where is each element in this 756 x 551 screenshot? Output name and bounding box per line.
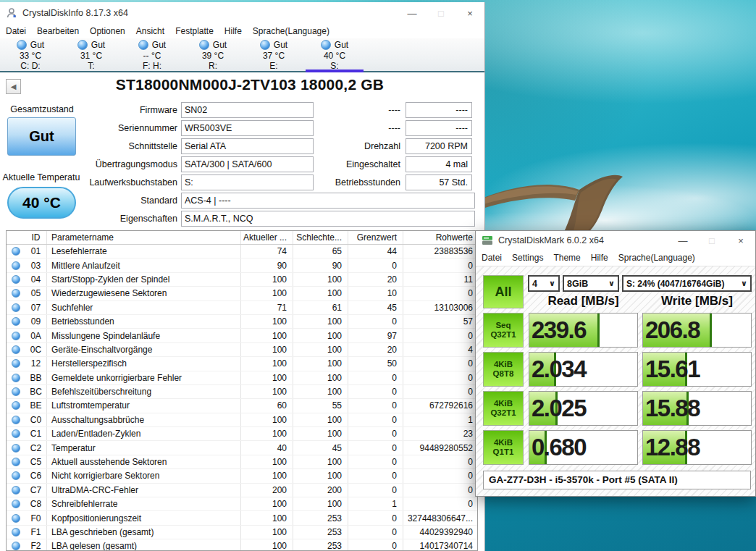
smart-table-row[interactable]: C6 Nicht korrigierbare Sektoren 100 100 … <box>7 469 477 483</box>
attribute-id: 04 <box>25 273 47 286</box>
attribute-threshold: 20 <box>348 273 403 286</box>
attribute-raw-value: 0 <box>403 329 477 342</box>
attribute-status-orb-icon <box>12 458 20 466</box>
target-drive-dropdown[interactable]: S: 24% (4047/16764GiB) ∨ <box>622 275 752 292</box>
back-button[interactable]: ◀ <box>6 79 21 94</box>
drive-tab-letters: E: <box>243 61 304 72</box>
attribute-id: C6 <box>25 469 47 482</box>
smart-table-row[interactable]: 09 Betriebsstunden 100 100 0 57 <box>7 315 477 329</box>
cdm-menu-item[interactable]: Hilfe <box>591 253 608 263</box>
attribute-name: Wiederzugewiesene Sektoren <box>47 287 241 300</box>
target-drive-value: S: 24% (4047/16764GiB) <box>626 279 724 289</box>
health-status-orb-icon <box>321 40 331 50</box>
smart-table-row[interactable]: 04 Start/Stopp-Zyklen der Spindel 100 10… <box>7 273 477 287</box>
cdm-menu-item[interactable]: Datei <box>482 253 502 263</box>
read-result-cell: 0.680 <box>529 430 638 465</box>
smart-table-row[interactable]: 0A Misslungene Spindelanläufe 100 100 97… <box>7 329 477 342</box>
attribute-name: Kopfpositionierungszeit <box>47 511 241 524</box>
cdi-close-button[interactable]: × <box>455 8 484 19</box>
cdi-menu-item[interactable]: Optionen <box>90 26 125 36</box>
cdm-menu-item[interactable]: Theme <box>553 253 580 263</box>
drive-tab-letters: F: H: <box>122 61 182 72</box>
disk-icon <box>482 235 493 245</box>
cdi-menubar: Datei Bearbeiten Optionen Ansicht Festpl… <box>0 24 484 38</box>
run-test-button[interactable]: 4KiB Q1T1 <box>483 430 524 465</box>
cdi-menu-item[interactable]: Bearbeiten <box>37 26 79 36</box>
cdi-menu-item[interactable]: Festplatte <box>175 26 214 36</box>
cdm-minimize-button[interactable]: — <box>668 235 697 246</box>
test-count-value: 4 <box>532 279 537 289</box>
chevron-down-icon: ∨ <box>547 279 555 288</box>
smart-table-row[interactable]: 03 Mittlere Anlaufzeit 90 90 0 0 <box>7 258 477 272</box>
smart-table-row[interactable]: F1 LBA geschrieben (gesamt) 100 253 0 44… <box>7 526 477 539</box>
field-value-box: S: <box>181 174 314 190</box>
cdm-menubar: Datei Settings Theme Hilfe Sprache(Langu… <box>476 250 755 266</box>
drive-tab[interactable]: Gut -- °C F: H: <box>122 38 182 71</box>
test-count-dropdown[interactable]: 4 ∨ <box>528 275 560 292</box>
attribute-status-orb-icon <box>12 471 20 480</box>
attribute-name: LBA gelesen (gesamt) <box>47 539 241 551</box>
drive-fields-right: ---- ---- ---- ---- Drehzahl 7200 RPM <box>314 101 472 192</box>
drive-tab[interactable]: Gut 39 °C R: <box>182 38 243 71</box>
attribute-status-orb-icon <box>12 345 20 354</box>
smart-table-row[interactable]: BE Luftstromtemperatur 60 55 0 672792616 <box>7 399 477 413</box>
attribute-id: 03 <box>25 258 47 272</box>
cdi-menu-item[interactable]: Hilfe <box>224 26 242 36</box>
cdi-menu-item[interactable]: Ansicht <box>136 26 164 36</box>
attribute-current: 100 <box>241 455 293 468</box>
health-status-orb-icon <box>77 40 88 50</box>
cdi-menu-item[interactable]: Sprache(Language) <box>253 26 329 36</box>
smart-table-row[interactable]: C7 UltraDMA-CRC-Fehler 200 200 0 0 <box>7 484 477 497</box>
smart-table-row[interactable]: C8 Schreibfehlerrate 100 100 1 0 <box>7 497 477 511</box>
attribute-name: Start/Stopp-Zyklen der Spindel <box>47 273 241 286</box>
write-result-value: 206.8 <box>643 314 751 346</box>
smart-table-row[interactable]: C0 Ausschaltungsabbrüche 100 100 0 1 <box>7 413 477 427</box>
attribute-id: 09 <box>25 315 47 328</box>
smart-table-row[interactable]: C5 Aktuell ausstehende Sektoren 100 100 … <box>7 455 477 469</box>
test-size-dropdown[interactable]: 8GiB ∨ <box>563 275 619 292</box>
smart-table-row[interactable]: 01 Lesefehlerrate 74 65 44 23883536 <box>7 245 477 258</box>
drive-tab[interactable]: Gut 31 °C T: <box>61 38 122 71</box>
drive-tab[interactable]: Gut 40 °C S: <box>304 38 365 71</box>
field-value-box: SN02 <box>181 102 314 118</box>
smart-table-row[interactable]: 05 Wiederzugewiesene Sektoren 100 100 10… <box>7 287 477 300</box>
smart-table-row[interactable]: BC Befehlszeitüberschreitung 100 100 0 0 <box>7 385 477 399</box>
smart-table-row[interactable]: BB Gemeldete unkorrigierbare Fehler 100 … <box>7 371 477 385</box>
smart-table-row[interactable]: 12 Herstellerspezifisch 100 100 50 0 <box>7 357 477 371</box>
run-test-button[interactable]: 4KiB Q32T1 <box>483 391 524 426</box>
attribute-name: Betriebsstunden <box>47 315 241 328</box>
attribute-name: Herstellerspezifisch <box>47 357 241 370</box>
drive-tab[interactable]: Gut 37 °C E: <box>243 38 304 71</box>
run-test-button[interactable]: 4KiB Q8T8 <box>483 352 524 387</box>
write-result-cell: 15.61 <box>642 352 752 387</box>
attribute-worst: 100 <box>293 385 348 398</box>
comment-field[interactable]: GA-Z77-D3H - i5-3570k - Port #5 (SATA II… <box>483 471 751 489</box>
cdi-drive-tabs: Gut 33 °C C: D: Gut 31 °C T: <box>0 38 484 72</box>
attribute-id: C5 <box>25 455 47 468</box>
cdi-maximize-button[interactable]: □ <box>427 8 455 19</box>
attribute-status-orb-icon <box>12 289 20 298</box>
cdm-menu-item[interactable]: Sprache(Language) <box>618 253 695 263</box>
cdm-maximize-button[interactable]: □ <box>697 235 726 246</box>
smart-table-row[interactable]: F2 LBA gelesen (gesamt) 100 253 0 140173… <box>7 539 477 551</box>
drive-tab[interactable]: Gut 33 °C C: D: <box>0 38 61 71</box>
attribute-name: UltraDMA-CRC-Fehler <box>47 484 241 497</box>
smart-table-row[interactable]: 07 Suchfehler 71 61 45 13103006 <box>7 301 477 315</box>
attribute-id: C7 <box>25 484 47 497</box>
cdi-menu-item[interactable]: Datei <box>6 26 26 36</box>
attribute-raw-value: 11 <box>403 273 477 286</box>
smart-table-row[interactable]: F0 Kopfpositionierungszeit 100 253 0 327… <box>7 511 477 525</box>
smart-table-row[interactable]: C1 Laden/Entladen-Zyklen 100 100 0 23 <box>7 427 477 441</box>
cdm-menu-item[interactable]: Settings <box>512 253 543 263</box>
cdm-close-button[interactable]: × <box>726 235 755 246</box>
health-status-orb-icon <box>199 40 209 50</box>
smart-table-row[interactable]: C2 Temperatur 40 45 0 94489280552 <box>7 441 477 455</box>
smart-table-row[interactable]: 0C Geräte-Einschaltvorgänge 100 100 20 4 <box>7 343 477 357</box>
attribute-status-orb-icon <box>12 514 20 523</box>
header-id: ID <box>25 231 47 244</box>
run-all-tests-button[interactable]: All <box>483 275 524 308</box>
attribute-status-orb-icon <box>12 486 20 495</box>
attribute-current: 100 <box>241 427 293 440</box>
run-test-button[interactable]: Seq Q32T1 <box>483 313 524 348</box>
cdi-minimize-button[interactable]: — <box>398 8 427 19</box>
